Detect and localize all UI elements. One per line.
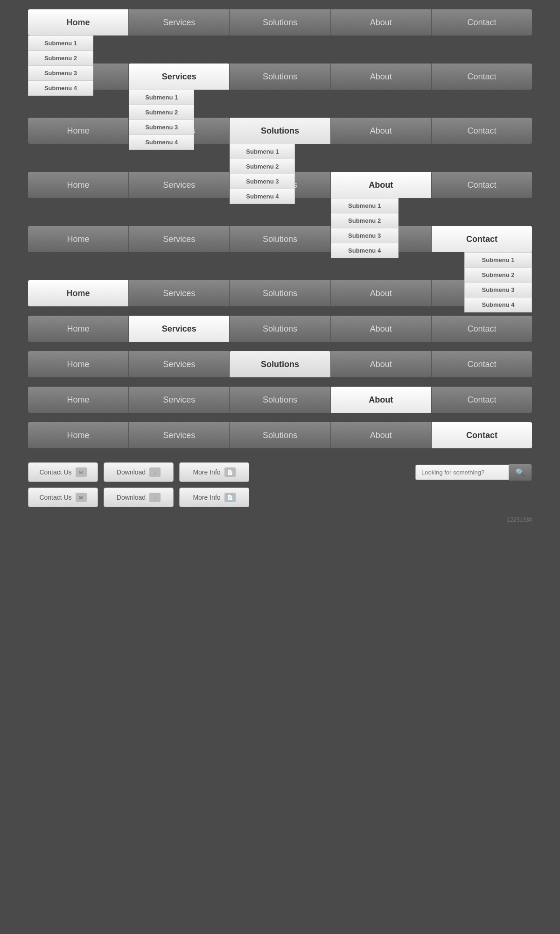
- submenu-5-4[interactable]: Submenu 4: [464, 297, 532, 312]
- submenu-5-3[interactable]: Submenu 3: [464, 283, 532, 297]
- download-icon-2: ↓: [149, 493, 161, 502]
- nav-bar-8: Home Services Solutions About Contact: [28, 351, 532, 377]
- nav-services-9[interactable]: Services: [129, 387, 230, 413]
- nav-solutions-8[interactable]: Solutions: [230, 351, 330, 377]
- search-container: 🔍: [415, 464, 532, 481]
- download-icon-1: ↓: [149, 467, 161, 477]
- contact-us-label-1: Contact Us: [39, 468, 71, 476]
- nav-services-8[interactable]: Services: [129, 351, 230, 377]
- button-row-1: Contact Us ✉ Download ↓ More Info 📄 🔍: [28, 462, 532, 482]
- nav-solutions-6[interactable]: Solutions: [230, 280, 330, 306]
- nav-home-1[interactable]: Home Submenu 1 Submenu 2 Submenu 3 Subme…: [28, 9, 129, 35]
- more-info-label-1: More Info: [193, 468, 220, 476]
- more-info-button-2[interactable]: More Info 📄: [179, 488, 249, 507]
- nav-solutions-5[interactable]: Solutions: [230, 226, 330, 252]
- nav-bar-5: Home Services Solutions About Contact Su…: [28, 226, 532, 252]
- nav-about-2[interactable]: About: [331, 64, 432, 90]
- nav-home-6[interactable]: Home: [28, 280, 129, 306]
- nav-home-8[interactable]: Home: [28, 351, 129, 377]
- nav-services-10[interactable]: Services: [129, 422, 230, 448]
- nav-bar-6: Home Services Solutions About Contact: [28, 280, 532, 306]
- nav-about-4[interactable]: About Submenu 1 Submenu 2 Submenu 3 Subm…: [331, 172, 432, 198]
- nav-about-10[interactable]: About: [331, 422, 432, 448]
- nav-bar-7: Home Services Solutions About Contact: [28, 316, 532, 342]
- watermark: 12251330: [28, 517, 532, 523]
- download-button-2[interactable]: Download ↓: [104, 488, 174, 507]
- nav-home-9[interactable]: Home: [28, 387, 129, 413]
- bottom-section: Contact Us ✉ Download ↓ More Info 📄 🔍 Co…: [28, 462, 532, 507]
- nav-services-1[interactable]: Services: [129, 9, 230, 35]
- submenu-1-3[interactable]: Submenu 3: [28, 66, 93, 81]
- nav-solutions-3[interactable]: Solutions Submenu 1 Submenu 2 Submenu 3 …: [230, 118, 330, 144]
- nav-contact-7[interactable]: Contact: [432, 316, 532, 342]
- submenu-5-2[interactable]: Submenu 2: [464, 268, 532, 283]
- nav-home-10[interactable]: Home: [28, 422, 129, 448]
- nav-solutions-1[interactable]: Solutions: [230, 9, 330, 35]
- nav-home-4[interactable]: Home: [28, 172, 129, 198]
- nav-solutions-9[interactable]: Solutions: [230, 387, 330, 413]
- contact-us-button-1[interactable]: Contact Us ✉: [28, 462, 98, 482]
- nav-home-7[interactable]: Home: [28, 316, 129, 342]
- nav-solutions-2[interactable]: Solutions: [230, 64, 330, 90]
- submenu-3-4[interactable]: Submenu 4: [230, 189, 295, 204]
- nav-section-6: Home Services Solutions About Contact: [28, 280, 532, 306]
- nav-home-3[interactable]: Home: [28, 118, 129, 144]
- nav-about-3[interactable]: About: [331, 118, 432, 144]
- nav-section-3: Home Services Solutions Submenu 1 Submen…: [28, 118, 532, 144]
- nav-contact-4[interactable]: Contact: [432, 172, 532, 198]
- nav-about-8[interactable]: About: [331, 351, 432, 377]
- submenu-2-1[interactable]: Submenu 1: [129, 90, 194, 105]
- nav-home-5[interactable]: Home: [28, 226, 129, 252]
- submenu-2-3[interactable]: Submenu 3: [129, 120, 194, 135]
- submenu-5-1[interactable]: Submenu 1: [464, 252, 532, 268]
- nav-services-4[interactable]: Services: [129, 172, 230, 198]
- nav-bar-9: Home Services Solutions About Contact: [28, 387, 532, 413]
- download-label-1: Download: [117, 468, 146, 476]
- nav-contact-2[interactable]: Contact: [432, 64, 532, 90]
- submenu-3-3[interactable]: Submenu 3: [230, 174, 295, 189]
- contact-us-icon-1: ✉: [76, 467, 87, 477]
- nav-contact-5[interactable]: Contact Submenu 1 Submenu 2 Submenu 3 Su…: [432, 226, 532, 252]
- nav-solutions-10[interactable]: Solutions: [230, 422, 330, 448]
- more-info-icon-2: 📄: [224, 493, 236, 502]
- submenu-2-2[interactable]: Submenu 2: [129, 105, 194, 120]
- nav-contact-10[interactable]: Contact: [432, 422, 532, 448]
- nav-contact-8[interactable]: Contact: [432, 351, 532, 377]
- submenu-3-1[interactable]: Submenu 1: [230, 144, 295, 159]
- submenu-1-1[interactable]: Submenu 1: [28, 35, 93, 51]
- submenu-4-2[interactable]: Submenu 2: [331, 213, 399, 228]
- download-button-1[interactable]: Download ↓: [104, 462, 174, 482]
- nav-services-6[interactable]: Services: [129, 280, 230, 306]
- nav-services-7[interactable]: Services: [129, 316, 230, 342]
- submenu-1-4[interactable]: Submenu 4: [28, 81, 93, 96]
- nav-bar-1: Home Submenu 1 Submenu 2 Submenu 3 Subme…: [28, 9, 532, 35]
- contact-us-label-2: Contact Us: [39, 494, 71, 501]
- submenu-4-4[interactable]: Submenu 4: [331, 243, 399, 258]
- search-input[interactable]: [415, 465, 509, 480]
- button-row-2: Contact Us ✉ Download ↓ More Info 📄: [28, 488, 532, 507]
- submenu-1-2[interactable]: Submenu 2: [28, 51, 93, 66]
- dropdown-about-4: Submenu 1 Submenu 2 Submenu 3 Submenu 4: [331, 198, 399, 258]
- nav-about-6[interactable]: About: [331, 280, 432, 306]
- nav-about-9[interactable]: About: [331, 387, 432, 413]
- nav-services-5[interactable]: Services: [129, 226, 230, 252]
- submenu-2-4[interactable]: Submenu 4: [129, 135, 194, 150]
- dropdown-home-1: Submenu 1 Submenu 2 Submenu 3 Submenu 4: [28, 35, 93, 96]
- nav-services-2[interactable]: Services Submenu 1 Submenu 2 Submenu 3 S…: [129, 64, 230, 90]
- nav-about-1[interactable]: About: [331, 9, 432, 35]
- nav-bar-10: Home Services Solutions About Contact: [28, 422, 532, 448]
- dropdown-services-2: Submenu 1 Submenu 2 Submenu 3 Submenu 4: [129, 90, 194, 150]
- submenu-4-3[interactable]: Submenu 3: [331, 228, 399, 243]
- nav-about-7[interactable]: About: [331, 316, 432, 342]
- nav-section-8: Home Services Solutions About Contact: [28, 351, 532, 377]
- nav-section-5: Home Services Solutions About Contact Su…: [28, 226, 532, 252]
- submenu-4-1[interactable]: Submenu 1: [331, 198, 399, 213]
- contact-us-button-2[interactable]: Contact Us ✉: [28, 488, 98, 507]
- nav-contact-1[interactable]: Contact: [432, 9, 532, 35]
- more-info-button-1[interactable]: More Info 📄: [179, 462, 249, 482]
- submenu-3-2[interactable]: Submenu 2: [230, 159, 295, 174]
- nav-contact-3[interactable]: Contact: [432, 118, 532, 144]
- search-button[interactable]: 🔍: [509, 464, 532, 481]
- nav-contact-9[interactable]: Contact: [432, 387, 532, 413]
- nav-solutions-7[interactable]: Solutions: [230, 316, 330, 342]
